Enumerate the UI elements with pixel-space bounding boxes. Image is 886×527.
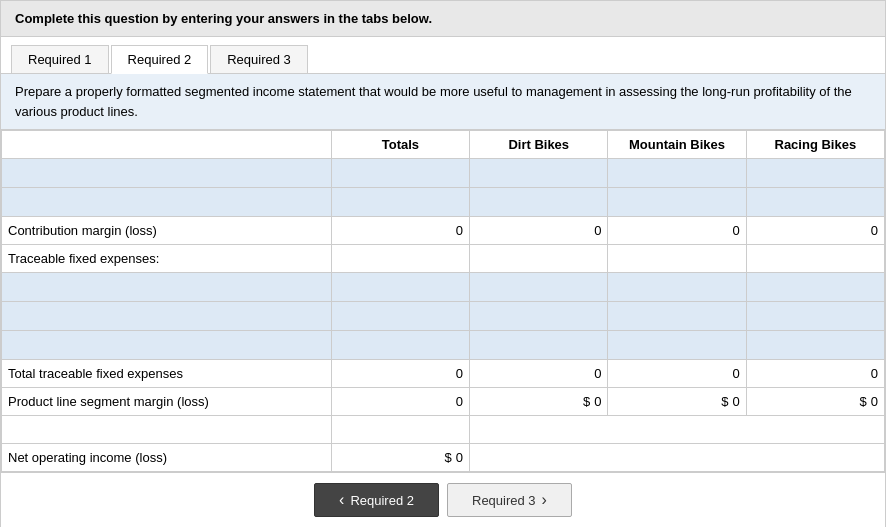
next-button[interactable]: Required 3 bbox=[447, 483, 572, 517]
total-traceable-totals: 0 bbox=[331, 360, 469, 388]
input-mountain-3[interactable] bbox=[608, 273, 745, 301]
row-value-dirt-4 bbox=[470, 302, 608, 331]
input-totals-white[interactable] bbox=[332, 416, 469, 443]
row-label-field-3[interactable] bbox=[2, 273, 331, 301]
product-segment-dirt: $ 0 bbox=[470, 388, 608, 416]
product-segment-mountain: $ 0 bbox=[608, 388, 746, 416]
input-racing-5[interactable] bbox=[747, 331, 884, 359]
input-totals-2[interactable] bbox=[332, 188, 469, 216]
table-row: Total traceable fixed expenses 0 0 0 0 bbox=[2, 360, 885, 388]
table-row bbox=[2, 416, 885, 444]
input-dirt-3[interactable] bbox=[470, 273, 607, 301]
row-value-racing-1 bbox=[746, 159, 884, 188]
row-label-field-1[interactable] bbox=[2, 159, 331, 187]
row-label-input bbox=[2, 188, 332, 217]
table-row: Net operating income (loss) $ 0 bbox=[2, 444, 885, 472]
prev-button[interactable]: Required 2 bbox=[314, 483, 439, 517]
row-value-mountain-4 bbox=[608, 302, 746, 331]
contribution-margin-mountain: 0 bbox=[608, 217, 746, 245]
description-bar: Prepare a properly formatted segmented i… bbox=[1, 74, 885, 130]
contribution-margin-label: Contribution margin (loss) bbox=[2, 217, 332, 245]
row-label-input bbox=[2, 331, 332, 360]
col-header-label bbox=[2, 131, 332, 159]
row-value-dirt-5 bbox=[470, 331, 608, 360]
col-header-racing-bikes: Racing Bikes bbox=[746, 131, 884, 159]
next-arrow-icon bbox=[542, 491, 547, 509]
row-value-totals-3 bbox=[331, 273, 469, 302]
input-mountain-2[interactable] bbox=[608, 188, 745, 216]
row-value-totals-5 bbox=[331, 331, 469, 360]
input-totals-1[interactable] bbox=[332, 159, 469, 187]
tab-required-3[interactable]: Required 3 bbox=[210, 45, 308, 73]
contribution-margin-totals: 0 bbox=[331, 217, 469, 245]
row-label-input bbox=[2, 159, 332, 188]
traceable-totals-empty bbox=[331, 245, 469, 273]
input-mountain-5[interactable] bbox=[608, 331, 745, 359]
bottom-nav: Required 2 Required 3 bbox=[1, 472, 885, 527]
col-header-mountain-bikes: Mountain Bikes bbox=[608, 131, 746, 159]
input-racing-2[interactable] bbox=[747, 188, 884, 216]
contribution-margin-racing: 0 bbox=[746, 217, 884, 245]
row-label-field-5[interactable] bbox=[2, 331, 331, 359]
input-mountain-1[interactable] bbox=[608, 159, 745, 187]
col-header-dirt-bikes: Dirt Bikes bbox=[470, 131, 608, 159]
row-value-dirt-3 bbox=[470, 273, 608, 302]
description-text: Prepare a properly formatted segmented i… bbox=[15, 84, 852, 119]
table-row: Product line segment margin (loss) 0 $ 0 bbox=[2, 388, 885, 416]
input-racing-3[interactable] bbox=[747, 273, 884, 301]
dollar-sign-racing: $ bbox=[860, 394, 867, 409]
instruction-text: Complete this question by entering your … bbox=[15, 11, 432, 26]
table-row bbox=[2, 302, 885, 331]
table-row bbox=[2, 159, 885, 188]
tab-required-2[interactable]: Required 2 bbox=[111, 45, 209, 74]
row-label-field-white[interactable] bbox=[2, 416, 331, 443]
product-segment-totals: 0 bbox=[331, 388, 469, 416]
table-row: Contribution margin (loss) 0 0 0 0 bbox=[2, 217, 885, 245]
dollar-sign-net: $ bbox=[445, 450, 452, 465]
input-totals-4[interactable] bbox=[332, 302, 469, 330]
contribution-margin-dirt: 0 bbox=[470, 217, 608, 245]
row-label-field-2[interactable] bbox=[2, 188, 331, 216]
tabs-bar: Required 1 Required 2 Required 3 bbox=[1, 37, 885, 74]
merged-cell bbox=[470, 416, 885, 444]
row-label-field-4[interactable] bbox=[2, 302, 331, 330]
net-operating-value: $ 0 bbox=[331, 444, 469, 472]
row-value-totals-2 bbox=[331, 188, 469, 217]
product-segment-racing: $ 0 bbox=[746, 388, 884, 416]
input-racing-1[interactable] bbox=[747, 159, 884, 187]
traceable-dirt-empty bbox=[470, 245, 608, 273]
input-dirt-2[interactable] bbox=[470, 188, 607, 216]
input-mountain-4[interactable] bbox=[608, 302, 745, 330]
tab-required-1[interactable]: Required 1 bbox=[11, 45, 109, 73]
row-label-input bbox=[2, 273, 332, 302]
row-value-racing-4 bbox=[746, 302, 884, 331]
row-value-totals-4 bbox=[331, 302, 469, 331]
row-value-totals-white bbox=[331, 416, 469, 444]
table-row: Traceable fixed expenses: bbox=[2, 245, 885, 273]
input-totals-3[interactable] bbox=[332, 273, 469, 301]
dollar-sign-mountain: $ bbox=[721, 394, 728, 409]
row-value-mountain-3 bbox=[608, 273, 746, 302]
total-traceable-label: Total traceable fixed expenses bbox=[2, 360, 332, 388]
row-value-racing-3 bbox=[746, 273, 884, 302]
income-statement-table: Totals Dirt Bikes Mountain Bikes Racing … bbox=[1, 130, 885, 472]
dollar-sign-dirt: $ bbox=[583, 394, 590, 409]
row-label-input-white bbox=[2, 416, 332, 444]
table-wrapper: Totals Dirt Bikes Mountain Bikes Racing … bbox=[1, 130, 885, 472]
next-label: Required 3 bbox=[472, 493, 536, 508]
instruction-bar: Complete this question by entering your … bbox=[1, 1, 885, 37]
input-dirt-5[interactable] bbox=[470, 331, 607, 359]
row-value-racing-2 bbox=[746, 188, 884, 217]
total-traceable-mountain: 0 bbox=[608, 360, 746, 388]
row-value-totals-1 bbox=[331, 159, 469, 188]
input-totals-5[interactable] bbox=[332, 331, 469, 359]
prev-arrow-icon bbox=[339, 491, 344, 509]
traceable-label: Traceable fixed expenses: bbox=[2, 245, 332, 273]
input-dirt-4[interactable] bbox=[470, 302, 607, 330]
row-value-racing-5 bbox=[746, 331, 884, 360]
row-value-mountain-2 bbox=[608, 188, 746, 217]
input-racing-4[interactable] bbox=[747, 302, 884, 330]
input-dirt-1[interactable] bbox=[470, 159, 607, 187]
dollar-sign-totals: 0 bbox=[456, 394, 463, 409]
traceable-racing-empty bbox=[746, 245, 884, 273]
